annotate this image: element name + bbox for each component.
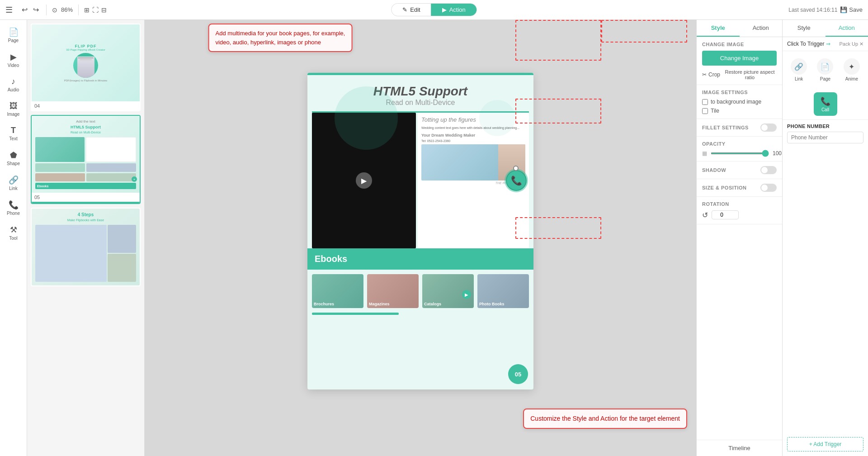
sidebar-item-video[interactable]: ▶ Video <box>2 48 25 71</box>
phone-number-title: PHONE NUMBER <box>787 124 863 129</box>
book-canvas: HTML5 Support Read on Multi-Device ▶ Tot… <box>307 73 533 390</box>
page-thumb-06[interactable]: 4 Steps Make Flipbooks with Ease <box>31 208 141 286</box>
crop-button[interactable]: ✂ Crop <box>702 71 720 78</box>
page-action-item[interactable]: 📄 Page <box>813 56 837 84</box>
sidebar-label-shape: Shape <box>7 161 20 166</box>
sidebar-item-audio[interactable]: ♪ Audio <box>2 73 25 96</box>
video-icon: ▶ <box>10 52 17 62</box>
sidebar-item-image[interactable]: 🖼 Image <box>2 98 25 120</box>
fullscreen-button[interactable]: ⛶ <box>92 6 99 14</box>
action-icon: ▶ <box>442 6 447 13</box>
opacity-grid-icon: ▦ <box>702 150 707 157</box>
page-action-label: Page <box>820 76 830 81</box>
timeline-button[interactable]: Timeline <box>697 440 782 456</box>
sidebar-item-phone[interactable]: 📞 Phone <box>2 196 25 219</box>
sidebar-label-link: Link <box>9 186 17 191</box>
call-action-button[interactable]: 📞 Call <box>814 92 837 116</box>
reset-view-button[interactable]: ⊙ <box>52 6 57 14</box>
sidebar-item-tool[interactable]: ⚒ Tool <box>2 221 25 244</box>
menu-icon[interactable]: ☰ <box>5 5 13 15</box>
text-icon: T <box>11 126 16 135</box>
call-icon: 📞 <box>821 96 830 106</box>
restore-aspect-button[interactable]: Restore picture aspect ratio <box>723 69 777 80</box>
scroll-bar[interactable] <box>312 313 399 315</box>
tile-checkbox[interactable] <box>702 108 708 114</box>
style-tab[interactable]: Style <box>697 20 740 37</box>
action-tab-style-panel[interactable]: Action <box>740 20 783 37</box>
call-label: Call <box>821 107 829 112</box>
sidebar-item-page[interactable]: 📄 Page <box>2 24 25 47</box>
opacity-slider[interactable] <box>711 152 769 154</box>
audio-icon: ♪ <box>11 77 15 86</box>
sidebar-label-tool: Tool <box>9 236 17 241</box>
phone-icon: 📞 <box>9 200 19 210</box>
anime-action-label: Anime <box>845 76 858 81</box>
ebooks-bar: Ebooks <box>307 248 533 270</box>
phone-element[interactable]: 📞 <box>506 170 527 191</box>
link-action-label: Link <box>795 76 803 81</box>
undo-button[interactable]: ↩ <box>20 5 29 15</box>
shadow-title: SHADOW <box>702 167 726 173</box>
resize-handle-top[interactable] <box>513 166 519 171</box>
edit-tab[interactable]: ✎ Edit <box>392 4 431 16</box>
page-thumb-04[interactable]: FLIP PDF 3D Page-Flipping eBook Creator … <box>31 24 141 111</box>
add-multimedia-tooltip: Add multimedia for your book pages, for … <box>208 24 353 52</box>
fillet-settings-title: FILLET SETTINGS <box>702 125 749 130</box>
action-tab[interactable]: ▶ Action <box>431 4 476 16</box>
fillet-toggle[interactable] <box>760 124 777 132</box>
sidebar-item-text[interactable]: T Text <box>2 122 25 145</box>
outer-style-tab[interactable]: Style <box>783 20 826 37</box>
page-thumb-05[interactable]: Add the text HTML5 Support Read on Multi… <box>31 115 141 204</box>
grid-button[interactable]: ⊟ <box>101 6 107 14</box>
canvas-page-number: 05 <box>508 364 528 384</box>
brochures-thumb[interactable]: Brochures <box>312 274 363 308</box>
page-number-04: 04 <box>32 101 140 110</box>
anime-action-icon: ✦ <box>849 62 854 71</box>
page-action-icon: 📄 <box>821 62 830 71</box>
crop-icon: ✂ <box>702 71 707 78</box>
sidebar-label-page: Page <box>8 38 19 43</box>
link-action-item[interactable]: 🔗 Link <box>787 56 811 84</box>
change-image-button[interactable]: Change Image <box>702 51 777 66</box>
to-background-checkbox[interactable] <box>702 99 708 105</box>
sidebar-label-image: Image <box>7 112 20 117</box>
sidebar-item-link[interactable]: 🔗 Link <box>2 171 25 195</box>
last-saved: Last saved 14:16:11 <box>788 7 837 13</box>
zoom-value: 86% <box>61 6 73 13</box>
click-trigger-label: Click To Trigger <box>787 41 824 47</box>
sidebar-item-shape[interactable]: ⬟ Shape <box>2 147 25 170</box>
sidebar-label-text: Text <box>9 136 17 141</box>
rotation-input[interactable] <box>712 210 739 219</box>
photo-books-thumb[interactable]: Photo Books <box>477 274 529 308</box>
link-icon: 🔗 <box>9 175 19 185</box>
magazines-thumb[interactable]: Magazines <box>367 274 419 308</box>
catalogs-thumb[interactable]: ▶ Catalogs <box>422 274 474 308</box>
save-icon: 💾 <box>840 6 847 13</box>
play-button[interactable]: ▶ <box>356 172 372 189</box>
save-button[interactable]: 💾 Save <box>840 6 863 13</box>
rotation-icon: ↺ <box>702 211 708 219</box>
phone-number-input[interactable] <box>787 132 863 143</box>
size-position-title: SIZE & POSITION <box>702 185 747 190</box>
sidebar-label-phone: Phone <box>7 211 20 216</box>
phone-call-icon: 📞 <box>511 175 522 186</box>
sidebar-label-video: Video <box>8 63 19 68</box>
shadow-toggle[interactable] <box>760 166 777 174</box>
tool-icon: ⚒ <box>10 225 17 235</box>
to-background-label: to background image <box>711 99 761 105</box>
link-action-icon: 🔗 <box>794 62 803 71</box>
anime-action-item[interactable]: ✦ Anime <box>840 56 863 84</box>
redo-button[interactable]: ↪ <box>31 5 41 15</box>
fit-screen-button[interactable]: ⊞ <box>84 6 90 14</box>
action-header: Click To Trigger ⇒ Pack Up ✕ <box>783 37 868 51</box>
rotation-title: ROTATION <box>702 201 777 207</box>
edit-icon: ✎ <box>402 6 407 13</box>
pack-up-button[interactable]: Pack Up ✕ <box>839 41 863 47</box>
add-trigger-button[interactable]: + Add Trigger <box>787 437 863 451</box>
shape-icon: ⬟ <box>10 150 17 160</box>
change-image-section-title: CHANGE IMAGE <box>702 42 777 47</box>
outer-action-tab[interactable]: Action <box>826 20 868 37</box>
size-position-toggle[interactable] <box>760 184 777 192</box>
tile-label: Tile <box>711 108 719 114</box>
bottom-thumbs-row: Brochures Magazines ▶ Catalogs Photo Boo… <box>307 270 533 313</box>
